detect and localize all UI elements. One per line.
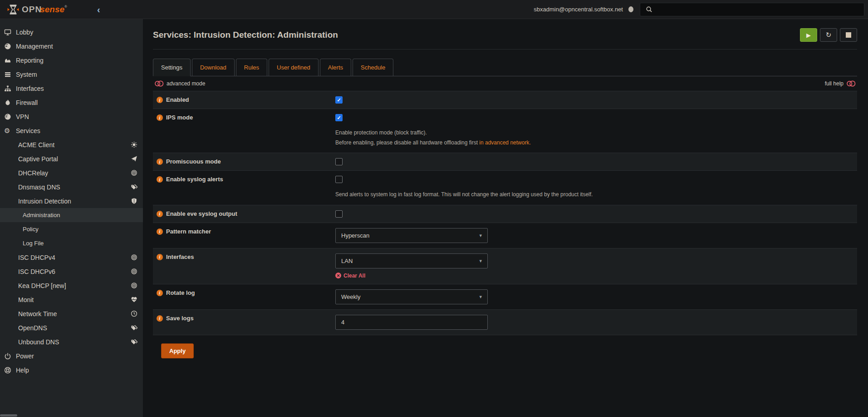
opnsense-logo[interactable]: OPNsense® — [0, 4, 91, 15]
sidebar-item-system[interactable]: System — [0, 67, 143, 81]
sidebar-collapse-button[interactable]: ‹ — [97, 5, 100, 14]
sidebar-item-vpn[interactable]: VPN — [0, 109, 143, 124]
hourglass-logo-icon — [7, 4, 19, 15]
tags-icon — [131, 184, 137, 190]
info-icon: i — [157, 315, 163, 322]
sidebar-item-label: Kea DHCP [new] — [18, 282, 66, 289]
sidebar-item-isc-dhcpv6[interactable]: ISC DHCPv6 — [0, 264, 143, 278]
tab-rules[interactable]: Rules — [236, 59, 267, 76]
globe-icon — [4, 113, 11, 120]
sidebar-item-lobby[interactable]: Lobby — [0, 25, 143, 39]
tab-alerts[interactable]: Alerts — [320, 59, 351, 76]
bullseye-icon — [131, 254, 137, 261]
sidebar-item-dhcrelay[interactable]: DHCRelay — [0, 166, 143, 180]
interfaces-select[interactable]: LAN▾ — [335, 253, 488, 268]
sidebar-item-help[interactable]: Help — [0, 363, 143, 377]
info-icon: i — [157, 254, 163, 260]
sidebar-item-network-time[interactable]: Network Time — [0, 307, 143, 321]
form-row-interfaces: iInterfaces LAN▾ ✕Clear All — [153, 248, 857, 284]
stop-service-button[interactable] — [840, 28, 857, 42]
info-icon: i — [157, 211, 163, 217]
page-header: Services: Intrusion Detection: Administr… — [153, 19, 857, 50]
sidebar-item-opendns[interactable]: OpenDNS — [0, 321, 143, 335]
sidebar-item-isc-dhcpv4[interactable]: ISC DHCPv4 — [0, 250, 143, 264]
info-icon: i — [157, 176, 163, 183]
sidebar-item-management[interactable]: Management — [0, 39, 143, 53]
sidebar-item-monit[interactable]: Monit — [0, 293, 143, 307]
tab-download[interactable]: Download — [192, 59, 235, 76]
pattern-matcher-select[interactable]: Hyperscan▾ — [335, 228, 488, 243]
enabled-checkbox[interactable]: ✓ — [335, 96, 343, 104]
sidebar-item-services[interactable]: ⚙Services — [0, 124, 143, 138]
heart-pulse-icon — [131, 296, 137, 303]
sidebar-item-label: Policy — [23, 226, 39, 233]
sidebar-item-label: VPN — [16, 113, 29, 120]
field-label: Interfaces — [166, 253, 194, 261]
chevron-down-icon: ▾ — [479, 258, 482, 264]
field-label: Rotate log — [166, 289, 195, 297]
bullseye-icon — [131, 169, 137, 176]
sidebar-item-dnsmasq-dns[interactable]: Dnsmasq DNS — [0, 180, 143, 194]
list-icon — [4, 71, 11, 78]
main-content: Services: Intrusion Detection: Administr… — [143, 19, 868, 417]
sidebar-item-firewall[interactable]: Firewall — [0, 95, 143, 109]
sidebar-item-label: ACME Client — [18, 141, 54, 149]
user-email: sbxadmin@opncentral.softbox.net — [534, 6, 623, 13]
info-icon: i — [157, 159, 163, 165]
sidebar-item-intrusion-detection[interactable]: Intrusion Detection — [0, 194, 143, 208]
gear-icon: ⚙ — [4, 127, 11, 134]
sidebar-item-reporting[interactable]: Reporting — [0, 53, 143, 67]
sidebar-item-interfaces[interactable]: Interfaces — [0, 81, 143, 95]
advanced-network-link[interactable]: in advanced network — [479, 139, 529, 146]
advanced-mode-toggle[interactable]: advanced mode — [154, 80, 205, 87]
full-help-toggle[interactable]: full help — [825, 80, 856, 87]
toggle-off-icon — [846, 80, 856, 87]
form-row-syslog-alerts: iEnable syslog alerts Send alerts to sys… — [153, 171, 857, 205]
syslog-alerts-checkbox[interactable] — [335, 176, 343, 183]
restart-service-button[interactable]: ↻ — [820, 28, 837, 42]
ips-mode-checkbox[interactable]: ✓ — [335, 114, 343, 121]
sidebar-item-label: Help — [16, 367, 29, 374]
sidebar-item-unbound-dns[interactable]: Unbound DNS — [0, 335, 143, 349]
sidebar-item-power[interactable]: Power — [0, 349, 143, 363]
start-service-button[interactable]: ▶ — [800, 28, 817, 42]
sidebar-item-log-file[interactable]: Log File — [0, 236, 143, 250]
sidebar-item-label: Power — [16, 352, 34, 360]
promiscuous-mode-checkbox[interactable] — [335, 158, 343, 165]
clear-all-button[interactable]: ✕Clear All — [335, 273, 857, 279]
tab-schedule[interactable]: Schedule — [353, 59, 393, 76]
save-logs-input[interactable] — [335, 315, 488, 330]
power-icon — [4, 352, 11, 360]
select-value: Hyperscan — [341, 232, 369, 239]
tags-icon — [131, 338, 137, 345]
opnsense-app: OPNsense® ‹ sbxadmin@opncentral.softbox.… — [0, 0, 868, 417]
tab-settings[interactable]: Settings — [153, 59, 191, 76]
form-row-eve-syslog: iEnable eve syslog output — [153, 205, 857, 223]
horizontal-scrollbar[interactable] — [0, 414, 17, 417]
sidebar-item-label: DHCRelay — [18, 169, 48, 177]
search-input[interactable] — [657, 3, 864, 16]
sidebar-item-captive-portal[interactable]: Captive Portal — [0, 152, 143, 166]
sidebar-item-label: Network Time — [18, 310, 57, 318]
tab-user-defined[interactable]: User defined — [269, 59, 319, 76]
form-row-ips-mode: iIPS mode ✓ Enable protection mode (bloc… — [153, 109, 857, 153]
apply-button[interactable]: Apply — [161, 343, 194, 358]
help-line: Before enabling, please disable all hard… — [335, 139, 479, 146]
ips-mode-help: Enable protection mode (block traffic). … — [335, 128, 621, 148]
brand-opn: OPN — [22, 5, 42, 14]
sidebar-item-label: Services — [16, 127, 40, 134]
sidebar-item-policy[interactable]: Policy — [0, 222, 143, 236]
sidebar-item-label: Reporting — [16, 57, 44, 64]
help-line: Enable protection mode (block traffic). — [335, 129, 427, 136]
field-label: Enable syslog alerts — [166, 176, 223, 183]
eve-syslog-checkbox[interactable] — [335, 210, 343, 218]
sidebar-item-kea-dhcp[interactable]: Kea DHCP [new] — [0, 278, 143, 293]
sidebar-item-administration[interactable]: Administration — [0, 208, 143, 222]
brand-text: OPNsense® — [22, 5, 67, 15]
topbar-right: sbxadmin@opncentral.softbox.net — [534, 3, 868, 16]
sidebar-item-acme-client[interactable]: ACME Client — [0, 138, 143, 152]
form-row-pattern-matcher: iPattern matcher Hyperscan▾ — [153, 223, 857, 248]
sidebar-item-label: Captive Portal — [18, 155, 58, 163]
rotate-log-select[interactable]: Weekly▾ — [335, 289, 488, 304]
global-search[interactable] — [640, 3, 864, 16]
